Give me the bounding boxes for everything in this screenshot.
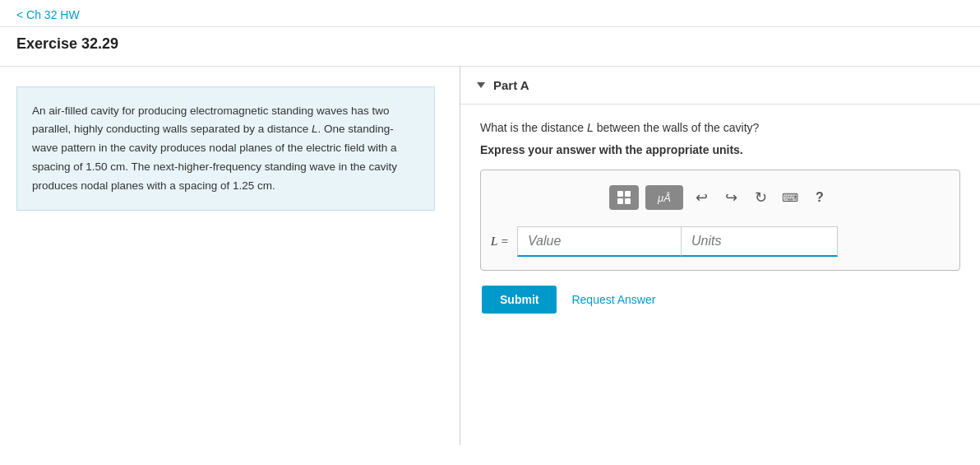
reset-button[interactable]: ↻	[749, 186, 772, 209]
undo-icon: ↩	[696, 188, 708, 207]
redo-button[interactable]: ↪	[719, 186, 742, 209]
units-button[interactable]: μÅ	[645, 185, 683, 210]
right-panel: Part A What is the distance L between th…	[460, 67, 980, 445]
submit-button[interactable]: Submit	[482, 286, 557, 314]
left-panel: An air-filled cavity for producing elect…	[0, 67, 460, 445]
help-button[interactable]: ?	[808, 186, 831, 209]
part-a-label: Part A	[493, 78, 529, 92]
value-input[interactable]	[517, 226, 682, 257]
template-icon	[617, 190, 631, 205]
btn-row: Submit Request Answer	[480, 286, 960, 314]
toolbar: μÅ ↩ ↪ ↻ ⌨	[491, 180, 950, 215]
help-icon: ?	[816, 190, 824, 205]
svg-rect-0	[617, 191, 623, 197]
units-icon-label: μÅ	[658, 192, 671, 204]
template-button[interactable]	[609, 185, 639, 210]
part-a-body: What is the distance L between the walls…	[460, 105, 980, 330]
input-label: L =	[491, 235, 509, 249]
keyboard-icon: ⌨	[782, 191, 798, 204]
request-answer-link[interactable]: Request Answer	[571, 293, 655, 306]
chevron-down-icon	[477, 82, 485, 88]
question-text: What is the distance L between the walls…	[480, 119, 960, 137]
undo-button[interactable]: ↩	[690, 186, 713, 209]
part-a-header[interactable]: Part A	[460, 67, 980, 105]
instruction-text: Express your answer with the appropriate…	[480, 143, 960, 156]
units-input[interactable]	[682, 226, 838, 257]
keyboard-button[interactable]: ⌨	[779, 186, 802, 209]
exercise-title: Exercise 32.29	[0, 27, 980, 66]
refresh-icon: ↻	[755, 188, 767, 207]
back-link[interactable]: < Ch 32 HW	[16, 8, 80, 21]
svg-rect-1	[625, 191, 631, 197]
answer-box: μÅ ↩ ↪ ↻ ⌨	[480, 170, 960, 271]
problem-box: An air-filled cavity for producing elect…	[16, 86, 435, 211]
nav-bar: < Ch 32 HW	[0, 0, 980, 27]
main-content: An air-filled cavity for producing elect…	[0, 67, 980, 445]
svg-rect-3	[625, 198, 631, 204]
question-variable-L: L	[587, 121, 594, 134]
input-row: L =	[491, 226, 950, 257]
redo-icon: ↪	[725, 188, 737, 207]
svg-rect-2	[617, 198, 623, 204]
